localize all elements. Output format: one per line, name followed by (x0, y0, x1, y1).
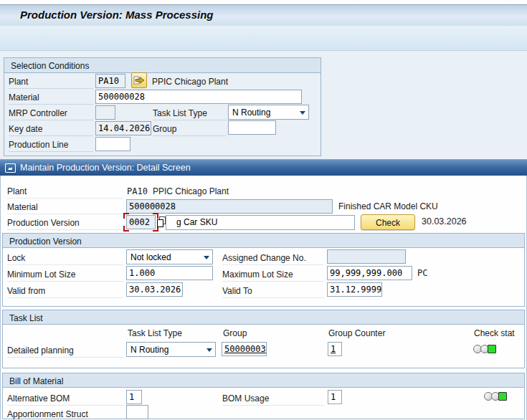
alternative-bom-label: Alternative BOM (7, 391, 123, 406)
chevron-down-icon (300, 111, 305, 115)
detailed-planning-label: Detailed planning (7, 343, 123, 358)
plant-description: PPIC Chicago Plant (152, 77, 228, 87)
maximum-lot-size-label: Maximum Lot Size (222, 267, 324, 282)
lock-label: Lock (7, 251, 123, 265)
material-field[interactable]: 500000028 (95, 90, 302, 104)
task-list-type-value: N Routing (232, 108, 270, 118)
dialog-plant-label: Plant (7, 184, 123, 199)
task-list-type-dropdown[interactable]: N Routing (228, 105, 309, 120)
task-list-type-label: Task List Type (153, 106, 227, 120)
status-green-square-icon (488, 345, 496, 353)
arrow-right-icon (132, 73, 146, 87)
bom-usage-field[interactable]: 1 (328, 390, 342, 404)
assigned-change-label: Assigned Change No. (222, 251, 324, 265)
valid-to-label: Valid To (222, 284, 324, 298)
window-title-bar: Production Version: Mass Processing (0, 4, 527, 27)
bom-status-traffic-light-icon (484, 392, 507, 405)
production-version-field[interactable]: 0002 (126, 215, 156, 229)
col-group: Group (223, 328, 247, 338)
lock-value: Not locked (130, 252, 171, 262)
production-line-label: Production Line (9, 138, 93, 152)
assigned-change-field[interactable] (327, 249, 406, 264)
dialog-plant-value: PA10 (127, 186, 148, 196)
col-group-counter: Group Counter (328, 328, 385, 338)
chevron-down-icon (206, 348, 212, 352)
minimum-lot-size-label: Minimum Lot Size (7, 267, 123, 282)
apportionment-struct-field[interactable] (126, 405, 148, 419)
production-line-field[interactable] (95, 137, 130, 151)
dialog-title: Maintain Production Version: Detail Scre… (20, 163, 191, 173)
production-version-caption: Production Version (3, 234, 524, 248)
task-list-groupbox: Task List (2, 310, 525, 368)
task-list-status-traffic-light-icon (473, 345, 496, 358)
detailed-planning-type-dropdown[interactable]: N Routing (126, 342, 216, 357)
page-title: Production Version: Mass Processing (20, 9, 214, 21)
bom-usage-label: BOM Usage (222, 391, 324, 406)
dialog-title-bar[interactable]: Maintain Production Version: Detail Scre… (0, 159, 527, 176)
detailed-planning-group-field[interactable]: 50000003 (222, 342, 267, 356)
lock-dropdown[interactable]: Not locked (126, 249, 213, 264)
dialog-material-label: Material (7, 200, 123, 214)
plant-label: Plant (9, 75, 93, 89)
chevron-down-icon (204, 256, 209, 259)
mrp-controller-field[interactable] (95, 105, 115, 120)
dialog-window-icon (5, 163, 16, 173)
detailed-planning-counter-field[interactable]: 1 (328, 342, 342, 356)
lot-size-unit: PC (417, 268, 427, 278)
valid-from-field[interactable]: 30.03.2026 (126, 282, 183, 297)
copy-icon[interactable] (156, 216, 166, 228)
minimum-lot-size-field[interactable]: 1.000 (126, 266, 213, 280)
application-toolbar (0, 26, 527, 51)
plant-field[interactable]: PA10 (95, 74, 125, 88)
col-task-list-type: Task List Type (128, 328, 182, 338)
task-list-caption: Task List (3, 310, 524, 325)
valid-to-field[interactable]: 31.12.9999 (327, 282, 382, 297)
dialog-production-version-label: Production Version (7, 216, 123, 230)
valid-from-label: Valid from (7, 284, 123, 298)
apportionment-struct-label: Apportionment Struct (7, 407, 123, 420)
mrp-controller-label: MRP Controller (9, 106, 93, 120)
alternative-bom-field[interactable]: 1 (126, 390, 142, 404)
plant-next-entry-button[interactable] (131, 72, 147, 88)
maximum-lot-size-field[interactable]: 99,999,999.000 (327, 266, 412, 280)
group-label: Group (153, 122, 227, 136)
group-field[interactable] (228, 120, 276, 135)
bill-of-material-caption: Bill of Material (3, 373, 524, 388)
check-button[interactable]: Check (361, 214, 415, 230)
detailed-planning-type-value: N Routing (130, 345, 168, 355)
counter-value: 1 (331, 344, 336, 354)
production-version-description-field[interactable]: g Car SKU (166, 215, 355, 230)
key-date-field[interactable]: 14.04.2026 (95, 121, 151, 135)
material-label: Material (9, 90, 93, 105)
status-green-square-icon (498, 392, 507, 401)
dialog-material-field[interactable]: 500000028 (126, 199, 333, 214)
group-value: 50000003 (224, 344, 266, 354)
col-check-stat: Check stat (474, 328, 515, 338)
dialog-material-description: Finished CAR Model CKU (338, 201, 438, 211)
key-date-label: Key date (9, 122, 93, 136)
dialog-plant-description: PPIC Chicago Plant (153, 186, 229, 196)
selection-conditions-caption: Selection Conditions (4, 58, 321, 73)
check-date: 30.03.2026 (422, 216, 467, 226)
